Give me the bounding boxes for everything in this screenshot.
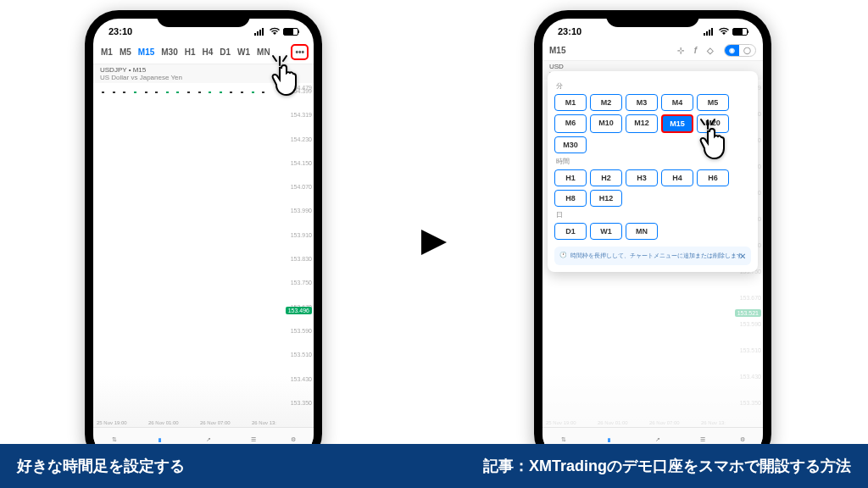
battery-icon [283,28,298,36]
timeframe-h1[interactable]: H1 [182,46,198,58]
symbol-info: USDJPY • M15 US Dollar vs Japanese Yen [93,64,314,83]
tf-option-h12[interactable]: H12 [590,190,622,207]
tf-option-d1[interactable]: D1 [554,223,587,240]
days-grid: D1W1MN [554,223,751,240]
chart-type-toggle[interactable]: ◉◯ [724,44,756,57]
timeframe-m30[interactable]: M30 [159,46,180,58]
wifi-icon [718,27,730,36]
x-axis: 25 Nov 19:0026 Nov 01:0026 Nov 07:0026 N… [93,419,280,427]
timeframe-d1[interactable]: D1 [217,46,233,58]
footer-caption-left: 好きな時間足を設定する [17,456,185,476]
candlestick-chart [97,92,278,410]
arrow-transition-icon [413,221,455,267]
x-axis: 25 Nov 19:0026 Nov 01:0026 Nov 07:0026 N… [542,419,729,427]
symbol-pair: USD [549,63,756,70]
tf-option-m6[interactable]: M6 [554,114,587,133]
tf-option-m20[interactable]: M20 [697,114,729,133]
timeframe-selector-panel: 分 M1M2M3M4M5M6M10M12M15M20M30 時間 H1H2H3H… [548,71,758,272]
section-hours-label: 時間 [556,157,751,166]
minutes-grid: M1M2M3M4M5M6M10M12M15M20M30 [554,94,751,153]
tf-option-h3[interactable]: H3 [626,169,658,186]
y-axis: 154.399154.319154.230154.150154.070153.9… [278,83,312,427]
signal-icon [704,28,715,36]
timeframe-m15[interactable]: M15 [136,46,157,58]
current-price-tag: 153.496 [286,307,312,314]
function-icon[interactable]: f [694,46,697,55]
tf-option-m12[interactable]: M12 [626,114,658,133]
chart-area[interactable]: 154.479 154.399154.319154.230154.150154.… [93,83,314,427]
timeframe-bar: M1M5M15M30H1H4D1W1MN••• [93,41,314,64]
timeframe-w1[interactable]: W1 [235,46,253,58]
hint-text: 時間枠を長押しして、チャートメニューに追加または削除します [570,252,743,260]
signal-icon [254,28,266,36]
tf-option-m30[interactable]: M30 [554,136,587,153]
symbol-desc: US Dollar vs Japanese Yen [100,74,307,81]
tf-option-m1[interactable]: M1 [554,94,587,111]
phone-screen-right: 23:10 M15 ⊹ f ◇ ◉◯ USD US 154.319154.230… [542,19,763,459]
current-timeframe[interactable]: M15 [549,46,565,55]
timeframe-h4[interactable]: H4 [200,46,216,58]
phone-mockup-right: 23:10 M15 ⊹ f ◇ ◉◯ USD US 154.319154.230… [534,10,771,468]
phone-notch [606,10,699,27]
tf-option-h8[interactable]: H8 [554,190,587,207]
hint-message: 🕐 時間枠を長押しして、チャートメニューに追加または削除します ✕ [554,247,751,265]
timeframe-m5[interactable]: M5 [117,46,134,58]
clock-icon: 🕐 [559,252,567,258]
phone-screen-left: 23:10 M1M5M15M30H1H4D1W1MN••• USDJPY • M… [93,19,314,459]
status-time: 23:10 [558,26,581,36]
timeframe-header: M15 ⊹ f ◇ ◉◯ [542,41,763,61]
symbol-pair: USDJPY • M15 [100,66,307,74]
current-price-tag: 153.521 [735,309,761,317]
timeframe-mn[interactable]: MN [254,46,273,58]
tf-option-h6[interactable]: H6 [697,169,729,186]
tf-option-m3[interactable]: M3 [626,94,658,111]
section-days-label: 日 [556,210,751,219]
hint-close-button[interactable]: ✕ [739,252,746,261]
status-time: 23:10 [108,26,132,36]
timeframe-m1[interactable]: M1 [98,46,115,58]
footer-caption-right: 記事：XMTradingのデモ口座をスマホで開設する方法 [483,456,851,476]
phone-notch [157,10,250,27]
tf-option-mn[interactable]: MN [626,223,658,240]
more-timeframes-button[interactable]: ••• [291,44,309,60]
tf-option-m10[interactable]: M10 [590,114,622,133]
phone-mockup-left: 23:10 M1M5M15M30H1H4D1W1MN••• USDJPY • M… [85,10,322,468]
wifi-icon [269,27,281,36]
battery-icon [732,28,748,36]
tf-option-m4[interactable]: M4 [661,94,693,111]
tf-option-h2[interactable]: H2 [590,169,622,186]
crosshair-icon[interactable]: ⊹ [677,46,684,55]
object-icon[interactable]: ◇ [707,46,714,55]
footer-bar: 好きな時間足を設定する 記事：XMTradingのデモ口座をスマホで開設する方法 [0,444,868,488]
tf-option-w1[interactable]: W1 [590,223,622,240]
section-minutes-label: 分 [556,81,751,91]
tf-option-m15[interactable]: M15 [661,114,693,133]
hours-grid: H1H2H3H4H6H8H12 [554,169,751,207]
tf-option-h1[interactable]: H1 [554,169,587,186]
tf-option-m5[interactable]: M5 [697,94,729,111]
tf-option-m2[interactable]: M2 [590,94,622,111]
tf-option-h4[interactable]: H4 [661,169,693,186]
